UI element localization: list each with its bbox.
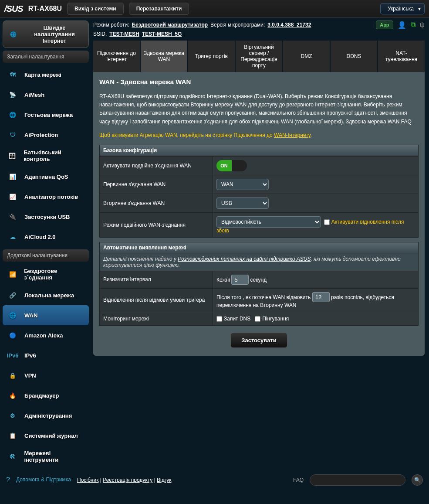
nav-icon: 📊 xyxy=(6,171,19,182)
sidebar: 🌐 Швидке налаштування Інтернет Загальні … xyxy=(0,18,91,470)
nav-label: AiProtection xyxy=(24,132,58,138)
interval-input[interactable] xyxy=(231,275,249,285)
register-link[interactable]: Реєстрація продукту xyxy=(103,477,152,483)
nav-label: Аналізатор потоків xyxy=(24,194,78,200)
nav-label: Карта мережі xyxy=(24,72,61,78)
tab-0[interactable]: Підключення до Інтернет xyxy=(93,41,140,72)
dns-checkbox[interactable] xyxy=(216,316,222,322)
nav-label: Локальна мережа xyxy=(24,292,74,299)
model-name: RT-AX68U xyxy=(28,5,62,13)
nav-aicloud-2.0[interactable]: ☁AiCloud 2.0 xyxy=(3,227,89,247)
qis-button[interactable]: 🌐 Швидке налаштування Інтернет xyxy=(3,20,89,48)
dualwan-mode-select[interactable]: Відмовостійкість xyxy=(216,216,321,228)
ssid1-link[interactable]: TEST-MESH xyxy=(109,31,139,37)
nav-гостьова-мережа[interactable]: 🌐Гостьова мережа xyxy=(3,105,89,125)
faq-link[interactable]: Здвоєна мережа WAN FAQ xyxy=(346,119,412,125)
nav-локальна-мережа[interactable]: 🔗Локальна мережа xyxy=(3,285,89,305)
nav-label: Застосунки USB xyxy=(24,214,70,220)
ssid2-link[interactable]: TEST-MESH_5G xyxy=(142,31,182,37)
nav-icon: 🛡 xyxy=(6,129,19,140)
nav-карта-мережі[interactable]: 🗺Карта мережі xyxy=(3,65,89,85)
fw-link[interactable]: 3.0.0.4.388_21732 xyxy=(267,22,311,28)
interval-post: секунд xyxy=(250,277,267,283)
tab-1[interactable]: Здвоєна мережа WAN xyxy=(141,41,187,72)
tab-4[interactable]: DMZ xyxy=(283,41,330,72)
nav-label: AiMesh xyxy=(24,92,44,98)
fallback-checkbox[interactable] xyxy=(324,219,330,225)
nav-label: Гостьова мережа xyxy=(24,112,73,118)
nav-amazon-alexa[interactable]: 🔵Amazon Alexa xyxy=(3,325,89,345)
nav-icon: 🔗 xyxy=(6,289,19,301)
nav-ipv-[interactable]: IPv6IPv6 xyxy=(3,345,89,365)
detect-table: Визначити інтервал Кожні секунд Відновле… xyxy=(99,271,419,326)
nav-мережеві-інструменти[interactable]: 🛠Мережеві інструменти xyxy=(3,446,89,467)
footer: ? Допомога & Підтримка Посібник | Реєстр… xyxy=(0,470,429,490)
nav-бездротове-з-єднання[interactable]: 📶Бездротове з`єднання xyxy=(3,263,89,285)
search-input[interactable] xyxy=(310,474,405,486)
language-select[interactable]: Українська xyxy=(380,3,425,14)
nav-aiprotection[interactable]: 🛡AiProtection xyxy=(3,125,89,145)
section-network-detect: Автоматичне виявлення мережі xyxy=(99,242,419,253)
section-basic-config: Базова конфігурація xyxy=(99,145,419,156)
enable-dualwan-toggle[interactable]: ON xyxy=(216,160,247,171)
wan-internet-link[interactable]: WAN-Інтернету xyxy=(274,132,311,138)
ping-label: Пінгування xyxy=(262,316,289,322)
nav-застосунки-usb[interactable]: 🔌Застосунки USB xyxy=(3,207,89,227)
section-advanced: Додаткові налаштування xyxy=(3,249,89,262)
footer-faq[interactable]: FAQ xyxy=(293,477,304,483)
asus-faq-link[interactable]: Розповсюджених питаннях на сайті підтрим… xyxy=(178,256,311,262)
nav-label: IPv6 xyxy=(24,352,36,359)
failover-pre: Після того , як поточна WAN відмовить xyxy=(216,294,311,300)
network-icon[interactable]: ⧉ xyxy=(411,21,415,29)
apply-button[interactable]: Застосувати xyxy=(230,333,287,348)
help-label[interactable]: Допомога & Підтримка xyxy=(16,477,71,484)
nav-адміністрування[interactable]: ⚙Адміністрування xyxy=(3,405,89,426)
nav-icon: 🔌 xyxy=(6,211,19,222)
basic-config-table: Активувати подвійне з'єднання WAN ON Пер… xyxy=(99,156,419,238)
primary-wan-select[interactable]: WAN xyxy=(216,179,269,190)
dualwan-mode-label: Режим подвійного WAN-з'єднання xyxy=(100,212,213,237)
page-description: RT-AX68U забезпечує підтримку подвійного… xyxy=(99,92,419,126)
primary-wan-label: Первинне з'єднання WAN xyxy=(100,175,213,194)
mode-link[interactable]: Бездротовий маршрутизатор xyxy=(132,22,208,28)
reboot-button[interactable]: Перезавантажити xyxy=(129,3,189,15)
manual-link[interactable]: Посібник xyxy=(77,477,98,483)
search-button[interactable]: 🔍 xyxy=(412,474,423,486)
logout-button[interactable]: Вихід з системи xyxy=(67,3,124,15)
nav-системний-журнал[interactable]: 📋Системний журнал xyxy=(3,426,89,446)
nav-label: Бездротове з`єднання xyxy=(24,268,85,281)
page-title: WAN - Здвоєна мережа WAN xyxy=(99,78,419,85)
nav-icon: 📡 xyxy=(6,89,19,100)
nav-icon: 📶 xyxy=(6,269,19,280)
nav-vpn[interactable]: 🔒VPN xyxy=(3,365,89,385)
feedback-link[interactable]: Відгук xyxy=(157,477,171,483)
nav-label: VPN xyxy=(24,372,36,379)
nav-icon: ⚙ xyxy=(6,410,19,421)
nav-аналізатор-потоків[interactable]: 📈Аналізатор потоків xyxy=(3,187,89,207)
nav-label: Системний журнал xyxy=(24,432,78,439)
tab-3[interactable]: Віртуальний сервер / Переадресація порту xyxy=(236,41,282,72)
tab-5[interactable]: DDNS xyxy=(331,41,377,72)
app-badge[interactable]: App xyxy=(376,20,393,29)
monitor-label: Моніторинг мережі xyxy=(100,312,213,325)
nav-label: Адаптивна QoS xyxy=(24,174,68,180)
nav-батьківський-контроль[interactable]: 👨‍👩‍👦Батьківський контроль xyxy=(3,145,89,167)
ping-checkbox[interactable] xyxy=(255,316,260,322)
nav-адаптивна-qos[interactable]: 📊Адаптивна QoS xyxy=(3,167,89,187)
help-icon[interactable]: ? xyxy=(6,476,10,484)
tab-2[interactable]: Тригер портів xyxy=(188,41,235,72)
nav-label: AiCloud 2.0 xyxy=(24,234,56,240)
usb-icon[interactable]: ψ xyxy=(420,21,425,29)
tab-6[interactable]: NAT-тунелювання xyxy=(378,41,425,72)
failover-input[interactable] xyxy=(312,292,330,302)
user-icon[interactable]: 👤 xyxy=(398,21,406,29)
section-general: Загальні налаштування xyxy=(3,51,89,63)
footer-links: Посібник | Реєстрація продукту | Відгук xyxy=(77,477,171,483)
dns-label: Запит DNS xyxy=(224,316,250,322)
nav-wan[interactable]: 🌐WAN xyxy=(3,305,89,325)
nav-брандмауер[interactable]: 🔥Брандмауер xyxy=(3,385,89,405)
secondary-wan-select[interactable]: USB xyxy=(216,198,269,209)
network-detect-subtitle: Детальні пояснення надано у Розповсюджен… xyxy=(99,253,419,271)
mode-label: Режим роботи: xyxy=(93,22,129,28)
nav-aimesh[interactable]: 📡AiMesh xyxy=(3,85,89,105)
